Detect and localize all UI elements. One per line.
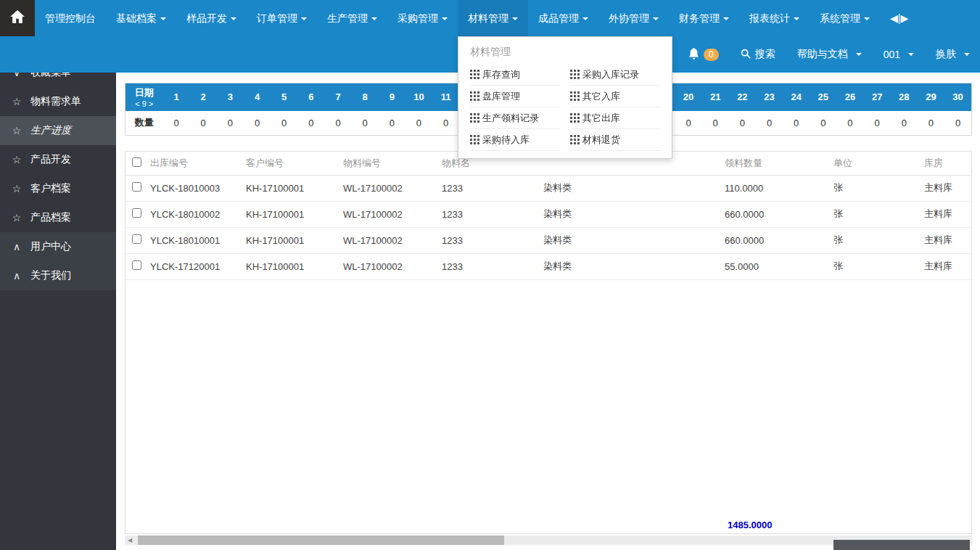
calendar-day-cell: 22 <box>729 83 756 111</box>
sidebar-item-label: 关于我们 <box>30 269 71 282</box>
dropdown-column: 库存查询盘库管理生产领料记录采购待入库 <box>470 64 560 151</box>
table-cell: WL-17100002 <box>340 227 439 253</box>
sidebar-item-label: 客户档案 <box>30 182 71 195</box>
nav-item-10[interactable]: 报表统计 <box>739 0 810 36</box>
calendar-day-cell: 21 <box>702 83 729 111</box>
dropdown-title: 材料管理 <box>470 46 660 59</box>
column-header: 物料编号 <box>340 152 439 175</box>
select-all-checkbox[interactable] <box>132 157 141 167</box>
dropdown-item[interactable]: 其它出库 <box>570 107 660 129</box>
nav-item-2[interactable]: 样品开发 <box>176 0 247 36</box>
grid-icon <box>470 113 472 115</box>
search-button[interactable]: 搜索 <box>741 48 775 61</box>
nav-item-label: 样品开发 <box>186 12 227 24</box>
dropdown-item-label: 其它出库 <box>582 112 620 125</box>
star-icon: ☆ <box>11 212 22 223</box>
row-checkbox[interactable] <box>132 234 141 244</box>
calendar-day-cell: 9 <box>379 83 405 111</box>
calendar-day-cell: 28 <box>891 83 918 111</box>
table-row[interactable]: YLCK-18010001KH-17100001WL-171000021233染… <box>125 227 971 253</box>
home-button[interactable] <box>0 0 35 36</box>
chevron-down-icon: ∨ <box>11 73 22 78</box>
calendar-day-cell: 1 <box>163 83 190 111</box>
sidebar-item-label: 物料需求单 <box>30 95 81 108</box>
calendar-pager[interactable]: < 9 > <box>126 99 162 108</box>
grid-icon <box>570 91 572 94</box>
nav-item-label: 采购管理 <box>398 12 438 24</box>
nav-item-6[interactable]: 材料管理材料管理库存查询盘库管理生产领料记录采购待入库采购入库记录其它入库其它出… <box>458 0 528 36</box>
table-cell: 110.0000 <box>722 175 831 201</box>
row-checkbox[interactable] <box>132 208 141 218</box>
user-menu[interactable]: 001 <box>884 49 914 60</box>
row-checkbox[interactable] <box>132 182 141 192</box>
search-icon <box>741 49 751 61</box>
nav-item-7[interactable]: 成品管理 <box>528 0 598 36</box>
table-cell <box>642 253 722 279</box>
sidebar-item-3[interactable]: ☆产品开发 <box>0 145 116 174</box>
sidebar-item-5[interactable]: ☆产品档案 <box>0 203 116 232</box>
table-row[interactable]: YLCK-18010002KH-17100001WL-171000021233染… <box>125 201 971 227</box>
nav-item-1[interactable]: 基础档案 <box>106 0 176 36</box>
calendar-qty-cell: 0 <box>702 111 729 136</box>
notifications-button[interactable]: 0 <box>688 48 719 62</box>
calendar-qty-cell: 0 <box>432 111 459 136</box>
dropdown-item[interactable]: 材料退货 <box>570 129 660 151</box>
chevron-up-icon: ∧ <box>11 241 22 253</box>
table-cell: 1233 <box>439 253 540 279</box>
skin-menu[interactable]: 换肤 <box>936 48 970 61</box>
caret-down-icon <box>908 53 914 56</box>
dropdown-item[interactable]: 生产领料记录 <box>470 107 560 129</box>
table-cell: KH-17100001 <box>243 227 340 253</box>
grid-icon <box>570 70 572 72</box>
calendar-day-cell: 2 <box>190 83 217 111</box>
sidebar-item-7[interactable]: ∧关于我们 <box>0 261 116 290</box>
row-checkbox[interactable] <box>132 260 141 270</box>
calendar-day-cell: 3 <box>217 83 244 111</box>
table-row[interactable]: YLCK-17120001KH-17100001WL-171000021233染… <box>125 253 971 279</box>
dropdown-item[interactable]: 其它入库 <box>570 86 660 107</box>
dropdown-item-label: 盘库管理 <box>482 90 520 103</box>
dropdown-item[interactable]: 采购入库记录 <box>570 64 660 86</box>
grid-icon <box>470 70 472 72</box>
calendar-day-cell: 27 <box>864 83 891 111</box>
nav-item-9[interactable]: 财务管理 <box>669 0 739 36</box>
nav-item-5[interactable]: 采购管理 <box>387 0 458 36</box>
sidebar-item-0[interactable]: ∨收藏菜单 <box>0 73 116 87</box>
nav-item-12[interactable]: ◀|▶ <box>880 0 918 36</box>
star-icon: ☆ <box>11 154 22 165</box>
nav-item-3[interactable]: 订单管理 <box>247 0 317 36</box>
dropdown-item[interactable]: 采购待入库 <box>470 129 560 151</box>
scroll-left-arrow-icon[interactable]: ◀ <box>128 537 132 544</box>
dropdown-item[interactable]: 库存查询 <box>470 64 560 86</box>
sidebar-item-2[interactable]: ☆生产进度 <box>0 116 116 145</box>
nav-item-label: ◀|▶ <box>890 12 908 24</box>
caret-down-icon <box>442 17 448 20</box>
nav-item-11[interactable]: 系统管理 <box>810 0 880 36</box>
calendar-day-cell: 8 <box>352 83 379 111</box>
calendar-day-cell: 29 <box>918 83 944 111</box>
caret-down-icon <box>794 17 799 20</box>
dropdown-item[interactable]: 盘库管理 <box>470 86 560 107</box>
table-row[interactable]: YLCK-18010003KH-17100001WL-171000021233染… <box>125 175 971 201</box>
help-menu[interactable]: 帮助与文档 <box>797 48 862 61</box>
calendar-date-cell: 日期 < 9 > <box>125 83 163 111</box>
calendar-day-cell: 6 <box>297 83 324 111</box>
nav-item-8[interactable]: 外协管理 <box>598 0 669 36</box>
table-cell: 主料库 <box>921 201 971 227</box>
row-checkbox-cell <box>125 253 147 279</box>
sidebar-item-4[interactable]: ☆客户档案 <box>0 174 116 203</box>
caret-down-icon <box>160 17 166 20</box>
nav-item-label: 系统管理 <box>820 12 860 24</box>
nav-item-0[interactable]: 管理控制台 <box>35 0 106 36</box>
material-menu-dropdown: 材料管理库存查询盘库管理生产领料记录采购待入库采购入库记录其它入库其它出库材料退… <box>458 36 672 159</box>
calendar-qty-cell: 0 <box>918 111 944 136</box>
row-checkbox-cell <box>125 201 147 227</box>
scrollbar-thumb[interactable] <box>138 535 504 545</box>
calendar-day-cell: 4 <box>244 83 271 111</box>
data-grid-panel: 出库编号客户编号物料编号物料名领料数量单位库房 YLCK-18010003KH-… <box>125 151 972 534</box>
sidebar-item-1[interactable]: ☆物料需求单 <box>0 87 116 116</box>
nav-item-4[interactable]: 生产管理 <box>317 0 387 36</box>
grid-icon <box>470 135 472 137</box>
table-cell: YLCK-18010003 <box>147 175 243 201</box>
sidebar-item-6[interactable]: ∧用户中心 <box>0 232 116 261</box>
